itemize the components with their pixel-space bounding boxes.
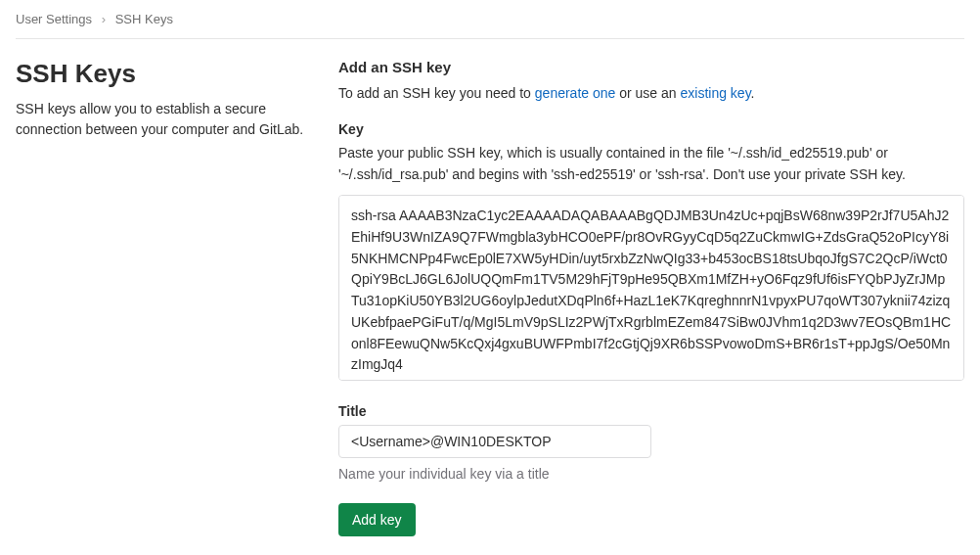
section-desc-text: . — [751, 85, 755, 101]
title-helper: Name your individual key via a title — [338, 466, 964, 482]
section-desc-text: To add an SSH key you need to — [338, 85, 535, 101]
section-description: To add an SSH key you need to generate o… — [338, 83, 964, 104]
breadcrumb-current: SSH Keys — [115, 12, 173, 26]
existing-key-link[interactable]: existing key — [681, 85, 751, 101]
breadcrumb: User Settings › SSH Keys — [16, 12, 964, 39]
chevron-right-icon: › — [102, 12, 106, 26]
generate-key-link[interactable]: generate one — [535, 85, 616, 101]
key-label: Key — [338, 121, 964, 137]
key-description: Paste your public SSH key, which is usua… — [338, 143, 964, 185]
page-description: SSH keys allow you to establish a secure… — [16, 99, 323, 140]
key-textarea[interactable] — [338, 195, 964, 381]
page-title: SSH Keys — [16, 59, 323, 89]
add-key-button[interactable]: Add key — [338, 503, 416, 536]
title-input[interactable] — [338, 425, 651, 458]
section-heading: Add an SSH key — [338, 59, 964, 75]
section-desc-text: or use an — [615, 85, 680, 101]
breadcrumb-parent[interactable]: User Settings — [16, 12, 92, 26]
title-label: Title — [338, 403, 964, 419]
